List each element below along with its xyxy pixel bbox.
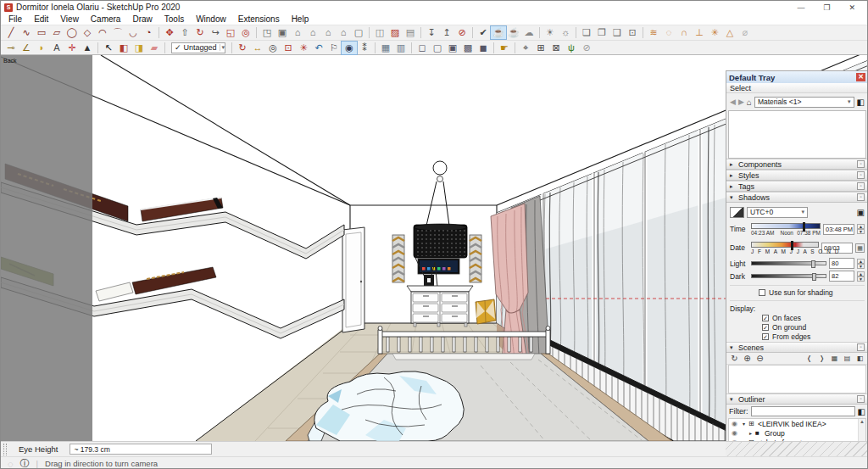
tool-circle-icon[interactable]: ◯ (64, 26, 80, 39)
tool-sandbox-stamp-icon[interactable]: ⊥ (692, 26, 707, 39)
tool-move-icon[interactable]: ✥ (162, 26, 177, 39)
scenes-list[interactable] (728, 365, 866, 394)
tool-shaded-icon[interactable]: ▣ (445, 42, 460, 54)
spin-down-icon[interactable]: ▼ (857, 276, 865, 282)
tool-shaded-textures-icon[interactable]: ▩ (460, 42, 476, 54)
tool-export-icon[interactable]: ↥ (439, 26, 454, 39)
menu-window[interactable]: Window (190, 14, 232, 25)
expander-icon[interactable]: ▾ (741, 421, 747, 427)
tool-look-around-icon[interactable]: ◉ (342, 42, 357, 54)
geolocation-icon[interactable]: ◌ (8, 459, 14, 469)
tool-polygon-icon[interactable]: ◇ (80, 26, 95, 39)
tool-back-edges-icon[interactable]: ▥ (393, 42, 409, 54)
tool-freehand-icon[interactable]: ∿ (19, 26, 34, 39)
tool-three-point-arc-icon[interactable]: ◡ (125, 26, 141, 39)
view-thumbnails-icon[interactable]: ▦ (829, 355, 840, 362)
tool-view-iso-icon[interactable]: ◳ (259, 26, 275, 39)
section-components[interactable]: ▸ Components ▫ (726, 159, 868, 170)
tool-rectangle-icon[interactable]: ▭ (34, 26, 49, 39)
tool-two-point-arc-icon[interactable]: ⌒ (110, 26, 125, 39)
tool-rotated-rectangle-icon[interactable]: ▱ (49, 26, 64, 39)
menu-camera[interactable]: Camera (85, 14, 127, 25)
sample-paint-icon[interactable]: ◧ (857, 98, 865, 107)
tool-view-top-icon[interactable]: ▣ (275, 26, 290, 39)
restore-button[interactable]: ❐ (823, 3, 830, 12)
tool-explode-icon[interactable]: ⊠ (548, 42, 564, 54)
section-tags[interactable]: ▸ Tags ▫ (726, 181, 868, 192)
tray-close-button[interactable]: ✕ (856, 73, 865, 81)
remove-scene-icon[interactable]: ⊖ (754, 354, 765, 363)
dark-slider-handle[interactable] (812, 273, 816, 281)
checkbox[interactable]: ✓ (762, 315, 769, 321)
tool-toggle-shadows-icon[interactable]: ☀ (542, 26, 558, 39)
info-icon[interactable]: ⓘ (20, 457, 30, 469)
date-slider[interactable] (751, 242, 819, 248)
menu-extensions[interactable]: Extensions (232, 14, 286, 25)
tool-delete-guides-icon[interactable]: ⊘ (454, 26, 470, 39)
display-option-on-ground[interactable]: ✓On ground (726, 323, 868, 332)
tool-section-plane-icon[interactable]: ◫ (372, 26, 387, 39)
tool-arc-icon[interactable]: ◠ (95, 26, 110, 39)
tool-hidden-line-icon[interactable]: ▢ (430, 42, 445, 54)
tool-xray-icon[interactable]: ▦ (378, 42, 393, 54)
tool-position-camera-icon[interactable]: ⚐ (326, 42, 342, 54)
tool-no-render-icon[interactable]: ⊘ (579, 42, 594, 54)
tool-cloud-icon[interactable]: ☁ (521, 26, 537, 39)
tool-section-display-icon[interactable]: ▤ (403, 26, 418, 39)
eye-icon[interactable]: ◉ (732, 429, 739, 437)
tool-view-left-icon[interactable]: ⌂ (336, 26, 351, 39)
tool-zoom-icon[interactable]: ◎ (265, 42, 281, 54)
tool-pie-icon[interactable]: ◔ (141, 26, 156, 39)
tool-get-models-icon[interactable]: ◨ (131, 42, 147, 54)
tool-sandbox-from-contours-icon[interactable]: ≋ (646, 26, 661, 39)
use-sun-checkbox[interactable] (759, 289, 765, 296)
tool-view-bottom-icon[interactable]: ▢ (351, 26, 366, 39)
menu-edit[interactable]: Edit (28, 14, 54, 25)
use-sun-checkbox-row[interactable]: Use sun for shading (726, 288, 868, 297)
tool-ao-teapot-off-icon[interactable]: ☕ (506, 26, 521, 39)
time-spinner[interactable]: ▲▼ (857, 224, 865, 234)
display-option-from-edges[interactable]: ✓From edges (726, 332, 868, 341)
tool-import-icon[interactable]: ↧ (424, 26, 439, 39)
tool-vegetation-icon[interactable]: ψ (564, 42, 579, 54)
outliner-details-icon[interactable]: ◧ (858, 407, 865, 416)
menu-file[interactable]: File (3, 14, 28, 25)
tool-axes-icon[interactable]: ✛ (64, 42, 80, 54)
update-scene-icon[interactable]: ↻ (729, 354, 740, 363)
light-slider-handle[interactable] (811, 260, 815, 268)
materials-dropdown[interactable]: Materials <1> ▾ (754, 97, 854, 108)
menu-draw[interactable]: Draw (126, 14, 158, 25)
tool-sandbox-add-detail-icon[interactable]: △ (722, 26, 737, 39)
dark-slider[interactable] (751, 274, 826, 278)
section-outliner[interactable]: ▾ Outliner ▫ (726, 394, 868, 405)
section-shadows[interactable]: ▾ Shadows ▫ (726, 192, 868, 203)
timezone-dropdown[interactable]: UTC+0 ▾ (747, 207, 808, 218)
popout-icon[interactable]: ▫ (857, 171, 865, 179)
light-value-field[interactable]: 80 (829, 258, 854, 269)
popout-icon[interactable]: ▫ (857, 395, 865, 403)
tool-monochrome-icon[interactable]: ◼ (476, 42, 491, 54)
tool-walk-icon[interactable]: ⁑ (357, 42, 372, 54)
tool-zoom-previous-icon[interactable]: ↶ (311, 42, 326, 54)
tool-zoom-extents-icon[interactable]: ✳ (296, 42, 311, 54)
tool-orbit-icon[interactable]: ↻ (235, 42, 250, 54)
filter-input[interactable] (751, 406, 855, 416)
tool-follow-me-icon[interactable]: ↪ (208, 26, 223, 39)
checkbox[interactable]: ✓ (762, 324, 769, 331)
tool-push-pull-icon[interactable]: ⇧ (177, 26, 192, 39)
spin-down-icon[interactable]: ▼ (857, 264, 865, 269)
outliner-item[interactable]: ◉▾⊞<LEIRVIK bed IKEA> (729, 419, 865, 428)
tool-ao-teapot-on-icon[interactable]: ☕ (491, 26, 506, 39)
time-value-field[interactable]: 03:48 PM (823, 224, 854, 235)
tool-line-icon[interactable]: ╱ (3, 26, 19, 39)
close-button[interactable]: ✕ (849, 3, 855, 12)
tool-protractor-icon[interactable]: ∠ (19, 42, 34, 54)
monitor-icon[interactable]: ▣ (857, 208, 865, 217)
scene-details-icon[interactable]: ◧ (854, 355, 865, 362)
tool-offset-icon[interactable]: ◎ (238, 26, 253, 39)
tool-pan-icon[interactable]: ↔ (250, 42, 265, 54)
light-slider[interactable] (751, 261, 826, 265)
tag-dropdown[interactable]: ✓ Untagged ▾ (171, 42, 225, 53)
tool-select-icon[interactable]: ↖ (101, 42, 116, 54)
tool-tape-measure-icon[interactable]: ⊸ (3, 42, 19, 54)
